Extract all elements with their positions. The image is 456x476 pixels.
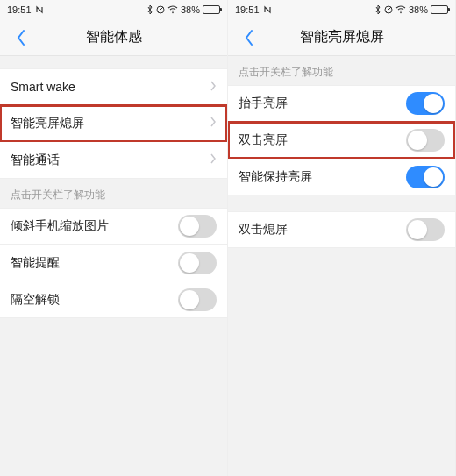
status-bar: 19:51 38% — [228, 0, 455, 19]
toggle-air-unlock[interactable] — [178, 288, 217, 311]
chevron-left-icon — [244, 29, 254, 46]
page-title: 智能体感 — [86, 28, 142, 46]
row-label: 智能通话 — [11, 153, 60, 168]
battery-percent: 38% — [181, 4, 200, 15]
nav-row-smart-wake[interactable]: Smart wake — [0, 68, 227, 105]
row-label: 双击熄屏 — [239, 222, 288, 238]
nfc-icon — [263, 5, 272, 14]
screen-smart-motion: 19:51 38% 智能体感 Smart wake 智能亮屏熄屏 — [0, 0, 228, 476]
section-hint: 点击开关栏了解功能 — [228, 56, 455, 85]
chevron-right-icon — [210, 116, 217, 131]
row-label: 智能亮屏熄屏 — [11, 116, 84, 131]
svg-point-5 — [400, 12, 402, 14]
nav-bar: 智能体感 — [0, 19, 227, 56]
svg-line-1 — [158, 7, 163, 12]
chevron-right-icon — [210, 153, 217, 167]
toggle-row-air-unlock[interactable]: 隔空解锁 — [0, 281, 227, 318]
back-button[interactable] — [5, 19, 37, 55]
toggle-doubletap-sleep[interactable] — [406, 218, 445, 241]
battery-icon — [203, 5, 220, 14]
chevron-left-icon — [16, 29, 26, 46]
toggle-keep-screen-on[interactable] — [406, 166, 445, 188]
toggle-row-doubletap-wake[interactable]: 双击亮屏 — [228, 122, 455, 159]
chevron-right-icon — [210, 80, 217, 95]
bluetooth-icon — [374, 4, 381, 15]
nfc-icon — [35, 5, 44, 14]
row-label: 抬手亮屏 — [239, 96, 288, 111]
do-not-disturb-icon — [156, 5, 165, 14]
do-not-disturb-icon — [384, 5, 393, 14]
toggle-row-doubletap-sleep[interactable]: 双击熄屏 — [228, 211, 455, 248]
toggle-doubletap-wake[interactable] — [406, 129, 445, 152]
row-label: Smart wake — [11, 80, 75, 94]
bluetooth-icon — [146, 4, 153, 15]
toggle-smart-remind[interactable] — [178, 252, 217, 274]
page-title: 智能亮屏熄屏 — [300, 28, 384, 46]
row-label: 隔空解锁 — [11, 292, 60, 308]
toggle-row-keep-screen-on[interactable]: 智能保持亮屏 — [228, 159, 455, 195]
row-label: 双击亮屏 — [239, 132, 288, 148]
nav-row-smart-screen[interactable]: 智能亮屏熄屏 — [0, 105, 227, 142]
status-time: 19:51 — [7, 4, 32, 15]
content-area: 点击开关栏了解功能 抬手亮屏 双击亮屏 智能保持亮屏 双击熄屏 — [228, 56, 455, 476]
svg-line-4 — [386, 7, 391, 12]
wifi-icon — [167, 5, 178, 14]
toggle-row-smart-remind[interactable]: 智能提醒 — [0, 245, 227, 281]
battery-percent: 38% — [409, 4, 428, 15]
toggle-tilt-zoom[interactable] — [178, 215, 217, 238]
back-button[interactable] — [233, 19, 265, 55]
content-area: Smart wake 智能亮屏熄屏 智能通话 点击开关栏了解功能 倾斜手机缩放图… — [0, 56, 227, 476]
toggle-row-raise-wake[interactable]: 抬手亮屏 — [228, 85, 455, 122]
battery-icon — [431, 5, 448, 14]
nav-row-smart-call[interactable]: 智能通话 — [0, 142, 227, 179]
status-time: 19:51 — [235, 4, 260, 15]
row-label: 倾斜手机缩放图片 — [11, 218, 109, 234]
row-label: 智能提醒 — [11, 255, 60, 271]
section-hint: 点击开关栏了解功能 — [0, 179, 227, 208]
screen-smart-wake-sleep: 19:51 38% 智能亮屏熄屏 点击开关栏了解功能 抬手亮屏 双击亮屏 智能保… — [228, 0, 456, 476]
nav-bar: 智能亮屏熄屏 — [228, 19, 455, 56]
toggle-raise-wake[interactable] — [406, 92, 445, 115]
svg-point-2 — [172, 12, 174, 14]
toggle-row-tilt-zoom[interactable]: 倾斜手机缩放图片 — [0, 208, 227, 245]
row-label: 智能保持亮屏 — [239, 169, 312, 185]
status-bar: 19:51 38% — [0, 0, 227, 19]
wifi-icon — [395, 5, 406, 14]
